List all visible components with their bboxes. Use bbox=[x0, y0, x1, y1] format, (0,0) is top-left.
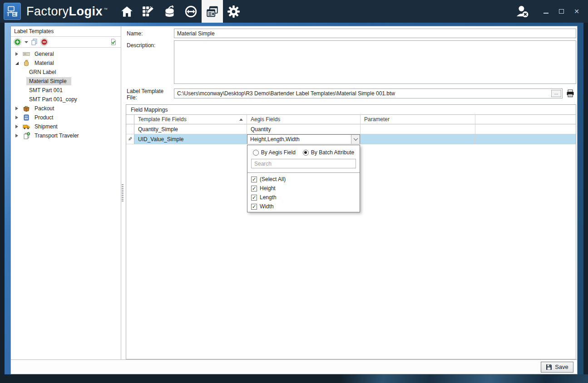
cell-aegis-field[interactable]: Quantity bbox=[247, 124, 361, 134]
dropdown-options-list: ✓ (Select All) ✓ Height ✓ Length ✓ bbox=[247, 172, 360, 212]
maximize-icon bbox=[559, 9, 564, 14]
print-button[interactable] bbox=[566, 89, 575, 98]
caret-down-icon bbox=[25, 41, 28, 43]
name-row: Name: bbox=[125, 29, 576, 38]
add-dropdown-button[interactable] bbox=[24, 41, 29, 44]
tree-item-label: Shipment bbox=[34, 123, 60, 131]
cell-parameter[interactable] bbox=[361, 134, 475, 144]
option-width[interactable]: ✓ Width bbox=[247, 202, 360, 211]
option-select-all[interactable]: ✓ (Select All) bbox=[247, 175, 360, 184]
tree-item-shipment[interactable]: Shipment bbox=[11, 122, 121, 131]
tree-item-material-simple[interactable]: Material Simple bbox=[11, 77, 121, 86]
add-template-button[interactable] bbox=[13, 38, 22, 46]
radio-icon bbox=[253, 150, 259, 156]
save-button[interactable]: Save bbox=[541, 362, 573, 373]
radio-label: By Aegis Field bbox=[261, 149, 296, 156]
sidebar-splitter[interactable] bbox=[121, 26, 124, 359]
expander-icon[interactable] bbox=[14, 125, 20, 128]
tree-item-label: Material bbox=[34, 59, 57, 67]
field-mappings-groupbox: Field Mappings Template File Fields Aegi… bbox=[126, 104, 576, 359]
titlebar: FactoryLogix™ bbox=[0, 0, 588, 23]
minimize-button[interactable] bbox=[541, 6, 551, 16]
tree-item-label: GRN Label bbox=[26, 68, 60, 76]
tree-item-grn-label[interactable]: GRN Label bbox=[11, 68, 121, 77]
expander-icon[interactable] bbox=[14, 52, 20, 56]
validate-template-button[interactable] bbox=[109, 38, 117, 46]
option-length[interactable]: ✓ Length bbox=[247, 193, 360, 202]
tree-item-smt-part-001[interactable]: SMT Part 001 bbox=[11, 86, 121, 95]
expander-icon[interactable] bbox=[14, 107, 20, 110]
label-template-file-row: Label Template File: ... bbox=[125, 86, 576, 101]
logout-user-button[interactable] bbox=[514, 4, 531, 19]
browse-button[interactable]: ... bbox=[551, 90, 561, 97]
tree-item-transport-traveler[interactable]: Transport Traveler bbox=[11, 131, 121, 140]
grid-corner-cell bbox=[126, 114, 134, 124]
column-header-parameter[interactable]: Parameter bbox=[361, 114, 475, 124]
column-header-template-file-fields[interactable]: Template File Fields bbox=[134, 114, 247, 124]
tree-item-label: General bbox=[34, 50, 57, 58]
copy-template-button[interactable] bbox=[30, 38, 38, 46]
option-label: Width bbox=[260, 203, 274, 210]
database-icon bbox=[163, 5, 176, 18]
maximize-button[interactable] bbox=[556, 6, 566, 16]
cell-extra[interactable] bbox=[475, 124, 576, 134]
titlebar-right: ✕ bbox=[514, 4, 588, 19]
gear-icon bbox=[227, 5, 240, 18]
tree-item-smt-part-001-copy[interactable]: SMT Part 001_copy bbox=[11, 95, 121, 104]
tree-item-label: Packout bbox=[34, 104, 57, 113]
tree-item-general[interactable]: General bbox=[11, 49, 121, 59]
delete-template-button[interactable] bbox=[40, 38, 49, 46]
tree-item-product[interactable]: Product bbox=[11, 113, 121, 122]
expander-icon[interactable] bbox=[14, 116, 20, 119]
cell-extra[interactable] bbox=[475, 134, 576, 144]
remove-icon bbox=[40, 38, 48, 46]
grid-row-uid-value-simple[interactable]: ✎ UID_Value_Simple Height,Length,Width bbox=[126, 134, 576, 144]
copy-icon bbox=[31, 39, 38, 45]
aegis-fields-dropdown-panel: By Aegis Field By Batch Attribute ✓ (Sel… bbox=[247, 145, 360, 212]
name-input[interactable] bbox=[174, 29, 576, 38]
option-height[interactable]: ✓ Height bbox=[247, 184, 360, 193]
expander-icon[interactable] bbox=[14, 134, 20, 137]
cell-parameter[interactable] bbox=[361, 124, 475, 134]
row-header-cell[interactable] bbox=[126, 124, 134, 134]
column-header-aegis-fields[interactable]: Aegis Fields bbox=[247, 114, 361, 124]
option-label: (Select All) bbox=[260, 176, 286, 182]
sort-ascending-icon bbox=[239, 118, 243, 121]
close-button[interactable]: ✕ bbox=[572, 6, 582, 16]
nav-home[interactable] bbox=[116, 0, 138, 23]
tree-item-packout[interactable]: Packout bbox=[11, 104, 121, 113]
brand-logix: Logix bbox=[69, 5, 103, 19]
column-header-label: Parameter bbox=[364, 116, 390, 123]
aegis-fields-combobox[interactable]: Height,Length,Width bbox=[247, 134, 360, 144]
cell-template-field[interactable]: UID_Value_Simple bbox=[134, 134, 247, 144]
expander-icon[interactable] bbox=[14, 62, 20, 65]
circle-arrows-icon bbox=[185, 5, 197, 18]
sidebar-title: Label Templates bbox=[11, 26, 121, 37]
column-header-extra[interactable] bbox=[475, 114, 576, 124]
checkbox-icon: ✓ bbox=[251, 204, 257, 210]
nav-production[interactable] bbox=[180, 0, 202, 23]
field-mappings-grid: Template File Fields Aegis Fields Parame… bbox=[126, 114, 576, 144]
nav-settings[interactable] bbox=[223, 0, 244, 23]
footer-bar: Save bbox=[11, 359, 577, 374]
save-label: Save bbox=[555, 363, 568, 370]
add-icon bbox=[14, 38, 21, 46]
radio-by-aegis-field[interactable]: By Aegis Field bbox=[253, 149, 296, 156]
save-floppy-icon bbox=[546, 364, 552, 370]
cell-template-field[interactable]: Quantity_Simple bbox=[134, 124, 247, 134]
row-header-cell[interactable]: ✎ bbox=[126, 134, 134, 144]
tree-item-label: Product bbox=[34, 113, 56, 122]
nav-engineering[interactable] bbox=[138, 0, 159, 23]
grid-row-quantity-simple[interactable]: Quantity_Simple Quantity bbox=[126, 124, 576, 134]
printer-icon bbox=[566, 89, 574, 98]
tree-item-material[interactable]: Material bbox=[11, 59, 121, 68]
nav-labels[interactable] bbox=[202, 0, 223, 23]
description-input[interactable] bbox=[174, 40, 576, 84]
label-template-file-input[interactable] bbox=[174, 88, 563, 98]
radio-by-batch-attribute[interactable]: By Batch Attribute bbox=[303, 149, 354, 156]
tree-item-label: SMT Part 001_copy bbox=[26, 95, 82, 103]
dropdown-search-input[interactable] bbox=[251, 159, 356, 168]
app-logo-icon bbox=[4, 3, 21, 20]
combobox-dropdown-button[interactable] bbox=[351, 135, 360, 144]
nav-materials[interactable] bbox=[159, 0, 180, 23]
